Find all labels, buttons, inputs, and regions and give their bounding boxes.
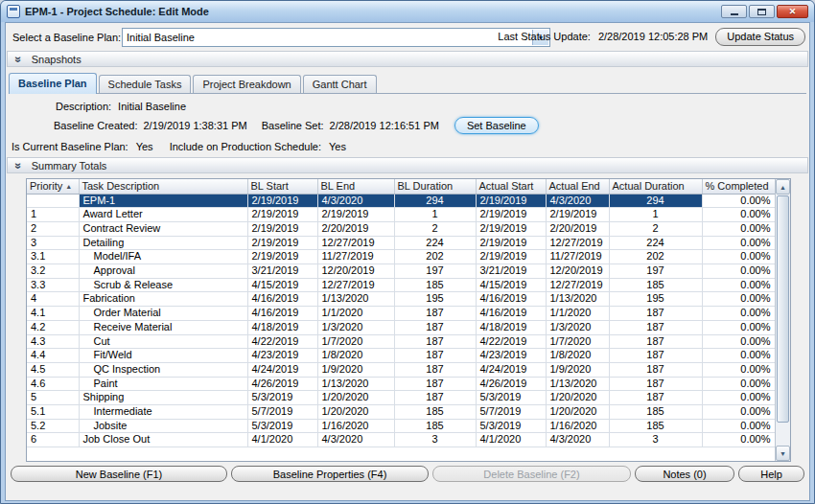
help-button[interactable]: Help [738, 466, 804, 482]
column-header-actual-duration[interactable]: Actual Duration [609, 179, 702, 194]
column-header-actual-start[interactable]: Actual Start [476, 179, 546, 194]
scrollbar-up-button[interactable]: ▲ [776, 179, 790, 195]
column-header-bl-end[interactable]: BL End [317, 179, 394, 194]
summary-totals-label: Summary Totals [32, 160, 107, 172]
baseline-plan-combobox[interactable]: Initial Baseline ▼ [122, 28, 550, 47]
cell-pct-completed: 0.00% [702, 349, 775, 363]
table-row[interactable]: 4.2Receive Material4/18/20191/3/20201874… [27, 320, 775, 334]
table-row[interactable]: 4.6Paint4/26/20191/13/20201874/26/20191/… [27, 377, 775, 391]
summary-totals-section-header[interactable]: » Summary Totals [7, 157, 808, 173]
collapse-chevron-icon[interactable]: » [12, 162, 24, 169]
table-row[interactable]: 4.3Cut4/22/20191/7/20201874/22/20191/7/2… [27, 334, 775, 349]
table-header-row: Priority▲Task DescriptionBL StartBL EndB… [27, 179, 775, 194]
cell-bl-end: 1/3/2020 [317, 320, 394, 334]
cell-pct-completed: 0.00% [702, 221, 775, 236]
cell-actual-duration: 187 [609, 362, 702, 377]
cell-bl-start: 3/21/2019 [247, 264, 317, 279]
table-row[interactable]: 4.5QC Inspection4/24/20191/9/20201874/24… [27, 362, 775, 377]
cell-task-description: Award Letter [79, 208, 247, 222]
column-header-bl-duration[interactable]: BL Duration [394, 179, 476, 194]
table-row[interactable]: 5.1Intermediate5/7/20191/20/20201855/7/2… [27, 405, 775, 420]
table-row[interactable]: 5Shipping5/3/20191/20/20201875/3/20191/2… [27, 391, 775, 405]
table-row[interactable]: 4Fabrication4/16/20191/13/20201954/16/20… [27, 292, 775, 307]
tab-baseline-plan[interactable]: Baseline Plan [9, 73, 97, 94]
close-button[interactable]: ✕ [777, 5, 808, 18]
cell-bl-start: 4/1/2020 [247, 433, 317, 447]
column-header-actual-end[interactable]: Actual End [546, 179, 609, 194]
tab-project-breakdown[interactable]: Project Breakdown [193, 75, 300, 93]
cell-actual-duration: 187 [609, 307, 702, 321]
cell-priority: 3.3 [27, 278, 79, 292]
table-row[interactable]: 4.4Fit/Weld4/23/20191/8/20201874/23/2019… [27, 349, 775, 363]
last-status-update-value: 2/28/2019 12:05:28 PM [598, 31, 708, 42]
baseline-set-value: 2/28/2019 12:16:51 PM [330, 120, 439, 131]
cell-bl-start: 4/16/2019 [247, 292, 317, 307]
cell-actual-start: 2/19/2019 [476, 194, 546, 208]
cell-actual-start: 5/7/2019 [476, 405, 546, 420]
table-row[interactable]: 1Award Letter2/19/20192/19/201912/19/201… [27, 208, 775, 222]
cell-pct-completed: 0.00% [702, 391, 775, 405]
cell-bl-start: 4/22/2019 [247, 334, 317, 349]
set-baseline-button[interactable]: Set Baseline [454, 117, 539, 134]
table-body: EPM-12/19/20194/3/20202942/19/20194/3/20… [27, 194, 775, 447]
vertical-scrollbar[interactable]: ▲ ▼ [775, 179, 790, 461]
cell-pct-completed: 0.00% [702, 334, 775, 349]
tab-strip: Baseline PlanSchedule TasksProject Break… [9, 73, 806, 94]
delete-baseline-f2-button[interactable]: Delete Baseline (F2) [432, 466, 631, 482]
cell-priority: 4 [27, 292, 79, 307]
column-header-task-description[interactable]: Task Description [79, 179, 247, 194]
cell-bl-end: 1/13/2020 [317, 377, 394, 391]
table-row[interactable]: 3.2Approval3/21/201912/20/20191973/21/20… [27, 264, 775, 279]
cell-actual-start: 4/18/2019 [476, 320, 546, 334]
update-status-button[interactable]: Update Status [715, 28, 805, 46]
cell-bl-start: 2/19/2019 [247, 194, 317, 208]
tab-schedule-tasks[interactable]: Schedule Tasks [99, 75, 192, 93]
cell-pct-completed: 0.00% [702, 362, 775, 377]
cell-actual-end: 1/9/2020 [546, 362, 609, 377]
cell-task-description: Fabrication [79, 292, 247, 307]
table-row[interactable]: 4.1Order Material4/16/20191/1/20201874/1… [27, 307, 775, 321]
cell-task-description: EPM-1 [79, 194, 247, 208]
cell-actual-start: 3/21/2019 [476, 264, 546, 279]
scrollbar-thumb[interactable] [777, 195, 789, 423]
cell-actual-end: 1/13/2020 [546, 377, 609, 391]
table-row[interactable]: EPM-12/19/20194/3/20202942/19/20194/3/20… [27, 194, 775, 208]
cell-bl-duration: 195 [394, 292, 476, 307]
cell-task-description: Fit/Weld [79, 349, 247, 363]
notes-0-button[interactable]: Notes (0) [635, 466, 734, 482]
table-row[interactable]: 2Contract Review2/19/20192/20/201922/19/… [27, 221, 775, 236]
cell-actual-duration: 187 [609, 349, 702, 363]
cell-priority: 5 [27, 391, 79, 405]
cell-bl-end: 1/16/2020 [317, 419, 394, 433]
cell-actual-end: 1/3/2020 [546, 320, 609, 334]
table-row[interactable]: 6Job Close Out4/1/20204/3/202034/1/20204… [27, 433, 775, 447]
tab-gantt-chart[interactable]: Gantt Chart [303, 75, 377, 93]
maximize-button[interactable] [749, 5, 775, 18]
new-baseline-f1-button[interactable]: New Baseline (F1) [11, 466, 227, 482]
snapshots-section-header[interactable]: » Snapshots [7, 51, 808, 67]
column-header-pct-completed[interactable]: % Completed [702, 179, 775, 194]
cell-priority: 3.2 [27, 264, 79, 279]
table-row[interactable]: 5.2Jobsite5/3/20191/16/20201855/3/20191/… [27, 419, 775, 433]
cell-bl-end: 2/19/2019 [317, 208, 394, 222]
baseline-properties-f4-button[interactable]: Baseline Properties (F4) [231, 466, 429, 482]
cell-actual-start: 4/16/2019 [476, 292, 546, 307]
cell-actual-start: 4/16/2019 [476, 307, 546, 321]
column-header-priority[interactable]: Priority▲ [27, 179, 79, 194]
cell-bl-end: 1/20/2020 [317, 391, 394, 405]
minimize-button[interactable] [721, 5, 747, 18]
cell-bl-start: 4/23/2019 [247, 349, 317, 363]
cell-actual-duration: 202 [609, 250, 702, 264]
cell-pct-completed: 0.00% [702, 236, 775, 250]
cell-actual-end: 2/20/2019 [546, 221, 609, 236]
table-row[interactable]: 3Detailing2/19/201912/27/20192242/19/201… [27, 236, 775, 250]
cell-actual-end: 1/8/2020 [546, 349, 609, 363]
cell-task-description: Job Close Out [79, 433, 247, 447]
table-row[interactable]: 3.1Model/IFA2/19/201911/27/20192022/19/2… [27, 250, 775, 264]
column-header-bl-start[interactable]: BL Start [247, 179, 317, 194]
cell-priority: 3.1 [27, 250, 79, 264]
collapse-chevron-icon[interactable]: » [12, 56, 24, 62]
table-row[interactable]: 3.3Scrub & Release4/15/201912/27/2019185… [27, 278, 775, 292]
scrollbar-down-button[interactable]: ▼ [776, 446, 790, 461]
window-body: Select a Baseline Plan: Initial Baseline… [5, 22, 810, 501]
